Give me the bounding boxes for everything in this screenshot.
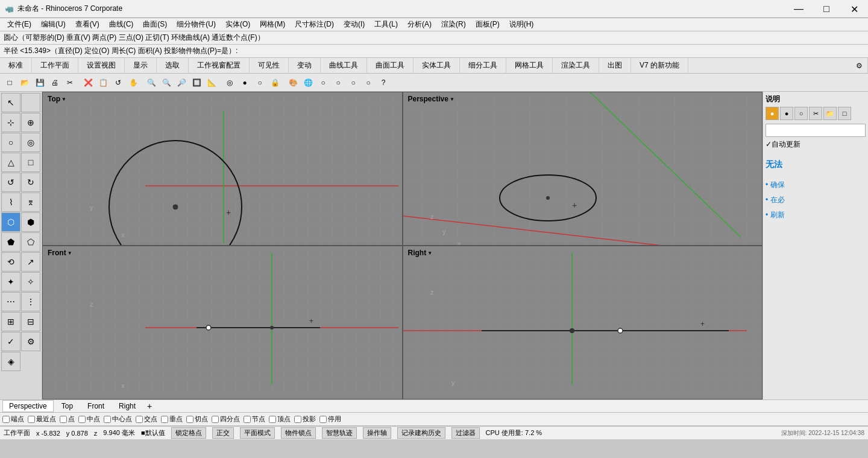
tool-23[interactable]: ⊞ xyxy=(1,312,20,331)
status-record[interactable]: 记录建构历史 xyxy=(397,427,445,439)
viewport-right-arrow[interactable]: ▼ xyxy=(427,250,432,256)
snap-checkbox-9[interactable] xyxy=(244,416,251,423)
snap-checkbox-7[interactable] xyxy=(186,416,193,423)
toolbar-btn-23[interactable]: ○ xyxy=(361,75,376,90)
toolbar-btn-9[interactable]: 🔍 xyxy=(144,75,159,90)
settings-button[interactable]: ⚙ xyxy=(851,58,868,73)
vp-tab-perspective[interactable]: Perspective xyxy=(2,400,54,412)
tool-26[interactable]: ⚙ xyxy=(21,332,40,351)
command-input[interactable] xyxy=(237,47,864,56)
tab-1[interactable]: 工作平面 xyxy=(32,58,78,73)
viewport-top-label[interactable]: Top ▼ xyxy=(48,95,66,103)
toolbar-btn-21[interactable]: ○ xyxy=(331,75,345,90)
toolbar-btn-19[interactable]: 🌐 xyxy=(301,75,315,90)
tool-8[interactable]: □ xyxy=(21,153,40,172)
tool-24[interactable]: ⊟ xyxy=(21,312,40,331)
vp-tab-front[interactable]: Front xyxy=(81,400,111,412)
viewport-top-arrow[interactable]: ▼ xyxy=(61,97,66,102)
toolbar-btn-13[interactable]: 📐 xyxy=(204,75,219,90)
toolbar-btn-18[interactable]: 🎨 xyxy=(286,75,300,90)
panel-icon-3[interactable]: ○ xyxy=(794,107,808,120)
panel-search[interactable] xyxy=(766,124,866,137)
menubar-item-i[interactable]: 变动(I) xyxy=(339,18,370,31)
toolbar-btn-4[interactable]: ✂ xyxy=(63,75,77,90)
toolbar-btn-2[interactable]: 💾 xyxy=(33,75,47,90)
tool-27[interactable]: ◈ xyxy=(1,352,20,371)
snap-checkbox-3[interactable] xyxy=(78,416,86,423)
toolbar-btn-1[interactable]: 📂 xyxy=(17,75,32,90)
toolbar-btn-20[interactable]: ○ xyxy=(316,75,330,90)
menubar-item-a[interactable]: 分析(A) xyxy=(403,18,436,31)
tool-21[interactable]: ⋯ xyxy=(1,292,20,311)
vp-tab-right[interactable]: Right xyxy=(112,400,142,412)
tab-5[interactable]: 工作视窗配置 xyxy=(189,58,250,73)
menubar-item-u[interactable]: 编辑(U) xyxy=(36,18,71,31)
toolbar-btn-24[interactable]: ? xyxy=(376,75,391,90)
menubar-item-v[interactable]: 查看(V) xyxy=(71,18,104,31)
toolbar-btn-14[interactable]: ◎ xyxy=(222,75,237,90)
panel-icon-4[interactable]: ✂ xyxy=(809,107,822,120)
tab-9[interactable]: 曲面工具 xyxy=(367,58,414,73)
panel-icon-5[interactable]: 📁 xyxy=(823,107,837,120)
tool-18[interactable]: ↗ xyxy=(21,252,40,272)
menubar-item-s[interactable]: 曲面(S) xyxy=(138,18,172,31)
viewport-front-arrow[interactable]: ▼ xyxy=(68,250,72,256)
snap-checkbox-1[interactable] xyxy=(28,416,35,423)
tool-13[interactable]: ⬡ xyxy=(1,212,20,232)
tool-25[interactable]: ✓ xyxy=(1,332,20,351)
status-objlock[interactable]: 物件锁点 xyxy=(281,427,316,439)
snap-checkbox-5[interactable] xyxy=(136,416,143,423)
tool-9[interactable]: ↺ xyxy=(1,173,20,192)
toolbar-btn-16[interactable]: ○ xyxy=(253,75,267,90)
tool-19[interactable]: ✦ xyxy=(1,272,20,291)
menubar-item-h[interactable]: 说明(H) xyxy=(505,18,539,31)
tab-15[interactable]: V7 的新功能 xyxy=(631,58,688,73)
tab-11[interactable]: 细分工具 xyxy=(460,58,506,73)
tab-3[interactable]: 显示 xyxy=(125,58,157,73)
menubar-item-r[interactable]: 渲染(R) xyxy=(436,18,471,31)
menubar-item-d[interactable]: 尺寸标注(D) xyxy=(290,18,339,31)
menubar-item-c[interactable]: 曲线(C) xyxy=(104,18,139,31)
status-smarttrack[interactable]: 智慧轨迹 xyxy=(322,427,357,439)
tool-6[interactable]: ◎ xyxy=(21,133,40,152)
tool-17[interactable]: ⟲ xyxy=(1,252,20,272)
tab-13[interactable]: 渲染工具 xyxy=(553,58,599,73)
toolbar-btn-0[interactable]: □ xyxy=(2,75,17,90)
status-plane[interactable]: 平面模式 xyxy=(240,427,275,439)
panel-icon-6[interactable]: □ xyxy=(838,107,851,120)
tool-16[interactable]: ⬠ xyxy=(21,232,40,252)
tool-14[interactable]: ⬢ xyxy=(21,212,40,232)
tab-6[interactable]: 可见性 xyxy=(250,58,289,73)
vp-tab-top[interactable]: Top xyxy=(55,400,80,412)
menubar-item-e[interactable]: 文件(E) xyxy=(2,18,36,31)
toolbar-btn-15[interactable]: ● xyxy=(237,75,252,90)
tool-12[interactable]: ⌆ xyxy=(21,192,40,212)
menubar-item-m[interactable]: 网格(M) xyxy=(255,18,290,31)
tab-7[interactable]: 变动 xyxy=(289,58,321,73)
tab-8[interactable]: 曲线工具 xyxy=(321,58,367,73)
tool-10[interactable]: ↻ xyxy=(21,173,40,192)
panel-icon-2[interactable]: ● xyxy=(780,107,793,120)
status-ortho[interactable]: 正交 xyxy=(212,427,234,439)
snap-checkbox-6[interactable] xyxy=(161,416,168,423)
tool-7[interactable]: △ xyxy=(1,153,20,172)
tab-12[interactable]: 网格工具 xyxy=(506,58,553,73)
toolbar-btn-5[interactable]: ❌ xyxy=(81,75,95,90)
snap-checkbox-10[interactable] xyxy=(269,416,276,423)
menubar-item-o[interactable]: 实体(O) xyxy=(221,18,255,31)
tool-4[interactable]: ⊕ xyxy=(21,113,40,132)
toolbar-btn-11[interactable]: 🔎 xyxy=(174,75,189,90)
snap-checkbox-11[interactable] xyxy=(294,416,301,423)
tool-5[interactable]: ○ xyxy=(1,133,20,152)
minimize-button[interactable]: — xyxy=(785,0,813,18)
toolbar-btn-17[interactable]: 🔒 xyxy=(268,75,282,90)
status-opaxis[interactable]: 操作轴 xyxy=(363,427,391,439)
close-button[interactable]: ✕ xyxy=(840,0,868,18)
snap-checkbox-2[interactable] xyxy=(60,416,67,423)
viewport-perspective[interactable]: Perspective ▼ z y x xyxy=(403,92,763,246)
viewport-perspective-arrow[interactable]: ▼ xyxy=(450,97,454,102)
tab-4[interactable]: 选取 xyxy=(157,58,189,73)
select-tool[interactable]: ↖ xyxy=(1,93,20,112)
toolbar-btn-3[interactable]: 🖨 xyxy=(48,75,62,90)
menubar-item-p[interactable]: 面板(P) xyxy=(471,18,505,31)
